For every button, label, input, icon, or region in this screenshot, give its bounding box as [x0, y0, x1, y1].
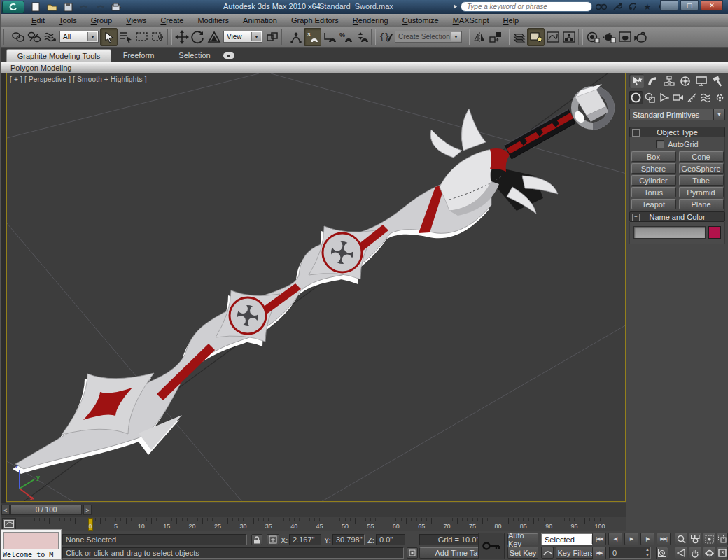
cameras-icon[interactable] — [671, 91, 685, 104]
key-mode-toggle[interactable]: |◀▶| — [592, 547, 606, 559]
select-and-rotate-icon[interactable] — [190, 29, 206, 46]
selection-lock-icon[interactable] — [251, 534, 262, 545]
selection-filter-dropdown[interactable]: All▼ — [59, 31, 99, 43]
bind-to-space-warp-icon[interactable] — [42, 29, 58, 46]
edit-named-sets-icon[interactable]: {} — [377, 29, 393, 46]
welcome-screen-window[interactable]: Welcome to M — [1, 529, 62, 560]
undo-icon[interactable] — [77, 1, 91, 13]
schematic-view-icon[interactable] — [561, 29, 577, 46]
object-type-teapot[interactable]: Teapot — [631, 199, 676, 209]
ribbon-minimize-button[interactable] — [223, 52, 234, 59]
perspective-viewport[interactable]: [ + ] [ Perspective ] [ Smooth + Highlig… — [6, 73, 626, 502]
object-type-torus[interactable]: Torus — [631, 187, 676, 197]
wrench-icon[interactable] — [610, 1, 623, 12]
menu-tools[interactable]: Tools — [52, 16, 84, 24]
utilities-tab-icon[interactable] — [710, 74, 724, 88]
play-button[interactable]: ▶ — [624, 533, 638, 545]
communication-center-icon[interactable] — [626, 1, 638, 12]
motion-tab-icon[interactable] — [678, 74, 692, 88]
isolate-icon[interactable] — [407, 547, 418, 559]
rectangular-region-icon[interactable] — [134, 29, 150, 46]
object-class-dropdown[interactable]: Standard Primitives▼ — [629, 108, 725, 120]
favorites-star-icon[interactable]: ★ — [641, 1, 654, 12]
select-and-manipulate-icon[interactable] — [288, 29, 304, 46]
create-tab-icon[interactable] — [629, 74, 644, 88]
object-color-swatch[interactable] — [708, 226, 721, 239]
polygon-modeling-panel-label[interactable]: Polygon Modeling — [10, 64, 71, 72]
name-color-rollout-header[interactable]: −Name and Color — [629, 211, 725, 222]
auto-key-button[interactable]: Auto Key — [507, 533, 538, 545]
object-type-cone[interactable]: Cone — [679, 151, 724, 162]
track-bar[interactable]: 0510152025303540455055606570758085909510… — [1, 517, 626, 531]
z-coordinate-field[interactable]: 0.0" — [376, 534, 405, 545]
rendered-frame-window-icon[interactable] — [617, 29, 633, 46]
snap-toggle-3d-icon[interactable]: 3 — [304, 28, 321, 46]
systems-icon[interactable] — [713, 91, 727, 104]
zoom-extents-icon[interactable] — [703, 533, 715, 545]
render-production-icon[interactable] — [633, 29, 649, 46]
object-type-tube[interactable]: Tube — [679, 175, 724, 186]
current-frame-field[interactable]: 0 — [609, 547, 651, 559]
frame-spinner[interactable]: ▲▼ — [645, 547, 650, 558]
object-name-field[interactable] — [634, 226, 706, 239]
spinner-snap-icon[interactable] — [354, 29, 370, 46]
absolute-offset-icon[interactable] — [267, 534, 279, 545]
object-type-box[interactable]: Box — [631, 151, 676, 162]
open-file-icon[interactable] — [45, 1, 59, 13]
align-icon[interactable] — [487, 29, 503, 46]
hierarchy-tab-icon[interactable] — [662, 74, 676, 88]
zoom-all-icon[interactable] — [689, 533, 701, 545]
curve-editor-icon[interactable] — [545, 29, 561, 46]
minimize-button[interactable]: – — [660, 0, 678, 11]
ribbon-tab-freeform[interactable]: Freeform — [113, 49, 164, 62]
project-folder-icon[interactable] — [109, 1, 123, 13]
default-tangent-icon[interactable] — [541, 547, 554, 559]
menu-edit[interactable]: Edit — [24, 16, 52, 24]
time-slider-handle[interactable]: 0 / 100 — [10, 505, 82, 515]
object-type-cylinder[interactable]: Cylinder — [631, 175, 676, 186]
select-and-move-icon[interactable] — [174, 29, 190, 46]
select-object-icon[interactable] — [100, 28, 118, 46]
window-crossing-icon[interactable] — [150, 29, 166, 46]
object-type-sphere[interactable]: Sphere — [631, 163, 676, 174]
zoom-extents-all-icon[interactable] — [717, 533, 728, 545]
previous-frame-button[interactable]: ◀| — [608, 533, 622, 545]
zoom-icon[interactable] — [675, 533, 687, 545]
render-setup-icon[interactable] — [601, 29, 617, 46]
maximize-viewport-icon[interactable] — [717, 547, 728, 559]
time-configuration-icon[interactable] — [656, 547, 668, 559]
named-selection-sets-dropdown[interactable]: Create Selection Se▼ — [395, 31, 462, 43]
application-menu-button[interactable] — [2, 1, 24, 13]
search-arrow-icon[interactable] — [453, 4, 458, 10]
go-to-end-button[interactable]: ▶▶| — [657, 533, 671, 545]
ribbon-tab-selection[interactable]: Selection — [169, 49, 220, 62]
menu-group[interactable]: Group — [84, 16, 120, 24]
sword-model[interactable] — [15, 84, 611, 469]
object-type-geosphere[interactable]: GeoSphere — [679, 163, 724, 174]
shapes-icon[interactable] — [643, 91, 657, 104]
use-pivot-center-icon[interactable] — [264, 29, 280, 46]
redo-icon[interactable] — [93, 1, 107, 13]
select-by-name-icon[interactable] — [118, 29, 134, 46]
mirror-icon[interactable] — [471, 29, 487, 46]
menu-customize[interactable]: Customize — [396, 16, 446, 24]
menu-rendering[interactable]: Rendering — [346, 16, 396, 24]
x-coordinate-field[interactable]: 2.167" — [289, 534, 321, 545]
menu-animation[interactable]: Animation — [236, 16, 284, 24]
mini-curve-editor-button[interactable] — [2, 518, 16, 530]
menu-maxscript[interactable]: MAXScript — [446, 16, 496, 24]
display-tab-icon[interactable] — [694, 74, 708, 88]
viewport-label[interactable]: [ + ] [ Perspective ] [ Smooth + Highlig… — [10, 76, 147, 83]
ribbon-tab-graphite-modeling-tools[interactable]: Graphite Modeling Tools — [6, 49, 111, 62]
space-warps-icon[interactable] — [699, 91, 713, 104]
autogrid-checkbox[interactable] — [656, 140, 664, 148]
menu-modifiers[interactable]: Modifiers — [190, 16, 236, 24]
reference-coordinate-dropdown[interactable]: View▼ — [223, 31, 262, 43]
material-editor-icon[interactable] — [584, 29, 601, 46]
unlink-selection-icon[interactable] — [26, 29, 42, 46]
pan-icon[interactable] — [689, 547, 701, 559]
previous-frame-nudge[interactable]: < — [1, 505, 10, 515]
y-coordinate-field[interactable]: 30.798" — [332, 534, 365, 545]
close-button[interactable]: ✕ — [701, 0, 723, 11]
maximize-button[interactable]: ▢ — [680, 0, 699, 11]
